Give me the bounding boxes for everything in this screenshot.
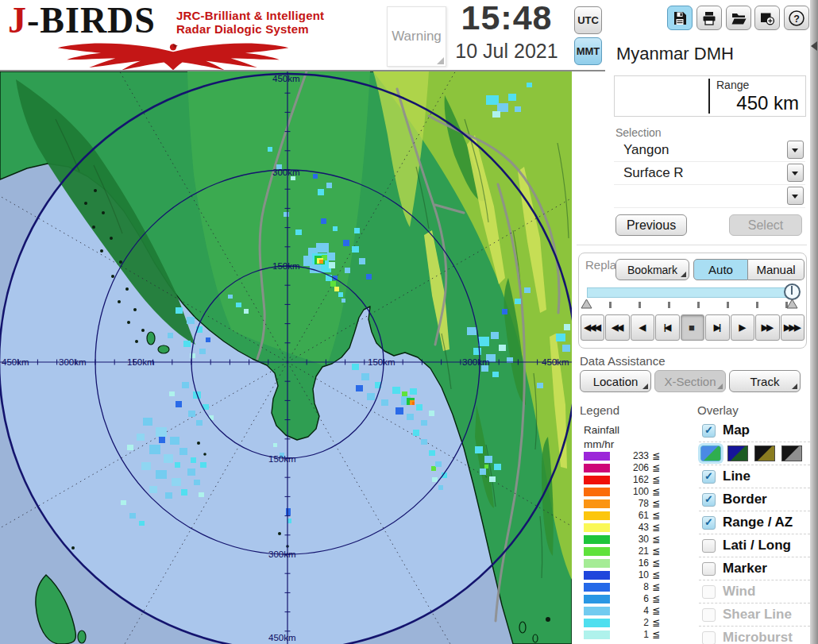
- map-style-swatch[interactable]: [754, 445, 775, 461]
- overlay-item[interactable]: Microburst: [699, 627, 810, 644]
- playback-button-3[interactable]: |◀: [655, 314, 679, 341]
- playback-button-0[interactable]: ◀◀◀: [581, 314, 604, 341]
- overlay-item[interactable]: ✓Map: [699, 419, 810, 442]
- legend-suffix: ≦: [652, 629, 660, 640]
- legend-value: 16: [614, 557, 649, 569]
- open-folder-button[interactable]: [726, 6, 751, 30]
- site-dropdown[interactable]: Yangon: [614, 139, 805, 162]
- legend-value: 6: [614, 593, 649, 604]
- mmt-button[interactable]: MMT: [574, 37, 602, 65]
- slider-start-marker[interactable]: [581, 299, 592, 309]
- clock-date: 10 Jul 2021: [435, 40, 578, 63]
- legend-swatch: [584, 476, 610, 484]
- playback-button-2[interactable]: ◀: [631, 314, 654, 341]
- control-panel: Range 450 km Selection Yangon Surface R …: [573, 71, 812, 644]
- product-dropdown-button[interactable]: [787, 164, 804, 182]
- overlay-item[interactable]: ✓Border: [699, 488, 810, 511]
- legend-value: 1: [614, 629, 649, 640]
- replay-slider-handle[interactable]: [784, 283, 801, 300]
- legend-item: 43≦: [584, 523, 673, 534]
- range-value: 450 km: [736, 92, 799, 114]
- clock-time: 15:48: [442, 0, 572, 37]
- utc-button[interactable]: UTC: [574, 6, 602, 34]
- overlay-item[interactable]: ✓Range / AZ: [699, 511, 810, 534]
- legend-item: 6≦: [584, 594, 673, 606]
- print-button[interactable]: [696, 6, 722, 30]
- map-style-swatch[interactable]: [781, 445, 802, 461]
- overlay-checkbox[interactable]: [702, 562, 716, 576]
- overlay-item[interactable]: Shear Line: [699, 604, 810, 627]
- overlay-item-label: Map: [723, 422, 750, 438]
- svg-text:150km: 150km: [268, 454, 296, 464]
- slider-tick: [756, 302, 758, 308]
- overlay-checkbox[interactable]: [702, 539, 716, 553]
- playback-button-5[interactable]: ▶|: [705, 314, 729, 341]
- manual-mode-button[interactable]: Manual: [748, 259, 804, 280]
- location-button[interactable]: Location: [580, 370, 651, 392]
- overlay-checkbox[interactable]: ✓: [702, 424, 716, 438]
- overlay-checkbox[interactable]: ✓: [702, 470, 716, 484]
- legend-item: 233≦: [584, 451, 673, 463]
- eagle-logo-icon: [30, 41, 316, 71]
- svg-text:300km: 300km: [272, 168, 300, 177]
- save-icon: [672, 10, 688, 26]
- previous-button[interactable]: Previous: [615, 214, 687, 236]
- playback-button-1[interactable]: ◀◀: [605, 314, 629, 341]
- legend-item: 21≦: [584, 546, 673, 558]
- x-section-button[interactable]: X-Section: [654, 370, 726, 392]
- playback-button-7[interactable]: ▶▶: [755, 314, 779, 341]
- track-button[interactable]: Track: [729, 370, 801, 392]
- legend-value: 43: [614, 522, 649, 533]
- option-dropdown-button[interactable]: [787, 187, 804, 205]
- help-button[interactable]: ?: [784, 6, 809, 30]
- overlay-item[interactable]: ✓Line: [699, 465, 810, 488]
- overlay-item-label: Microburst: [723, 630, 793, 644]
- replay-slider-track[interactable]: [587, 287, 798, 298]
- overlay-item[interactable]: Marker: [699, 557, 810, 580]
- legend-item: 2≦: [584, 618, 673, 630]
- overlay-checkbox[interactable]: ✓: [702, 493, 716, 507]
- overlay-item[interactable]: Lati / Long: [699, 534, 810, 557]
- slider-end-marker[interactable]: [786, 299, 798, 309]
- legend-item: 4≦: [584, 606, 673, 618]
- legend-suffix: ≦: [652, 546, 660, 557]
- overlay-item-label: Range / AZ: [723, 515, 793, 530]
- legend-label: Legend: [580, 403, 619, 417]
- warning-label: Warning: [392, 29, 442, 44]
- overlay-checkbox[interactable]: ✓: [702, 516, 716, 530]
- panel-collapse-strip[interactable]: [810, 0, 818, 644]
- legend-unit: mm/hr: [584, 438, 614, 450]
- overlay-checkbox: [702, 608, 716, 622]
- range-box: Range 450 km: [614, 75, 806, 117]
- legend-suffix: ≦: [652, 486, 660, 497]
- overlay-label: Overlay: [697, 403, 739, 417]
- capture-image-button[interactable]: [754, 6, 780, 30]
- map-style-swatch[interactable]: [700, 445, 721, 461]
- playback-button-8[interactable]: ▶▶▶: [781, 314, 804, 341]
- legend-suffix: ≦: [652, 474, 660, 485]
- auto-mode-button[interactable]: Auto: [693, 259, 748, 280]
- site-dropdown-button[interactable]: [787, 141, 804, 159]
- radar-display[interactable]: 450km 300km 150km 150km 300km 450km 450k…: [0, 71, 572, 644]
- legend-value: 2: [614, 617, 649, 628]
- select-button[interactable]: Select: [729, 214, 802, 236]
- save-button[interactable]: [667, 6, 693, 30]
- legend-swatch: [584, 535, 610, 544]
- jbirds-logo: J-BIRDS JRC-Brilliant & Intelligent Rada…: [8, 2, 338, 70]
- range-divider: [708, 79, 710, 114]
- product-dropdown[interactable]: Surface R: [614, 162, 805, 185]
- product-dropdown-value: Surface R: [623, 165, 684, 181]
- logo-letter-j: J: [8, 0, 27, 40]
- collapse-arrow-icon: [811, 41, 817, 51]
- legend-item: 30≦: [584, 534, 673, 546]
- playback-button-6[interactable]: ▶: [731, 314, 754, 341]
- playback-button-4[interactable]: ■: [681, 314, 704, 341]
- bookmark-button[interactable]: Bookmark: [615, 259, 689, 280]
- radar-map[interactable]: 450km 300km 150km 150km 300km 450km 450k…: [0, 71, 572, 644]
- option-dropdown[interactable]: [614, 185, 805, 208]
- legend-value: 8: [614, 581, 649, 592]
- overlay-item[interactable]: Wind: [699, 580, 810, 604]
- legend-swatch: [584, 583, 610, 592]
- legend-swatch: [584, 619, 610, 627]
- map-style-swatch[interactable]: [727, 445, 748, 461]
